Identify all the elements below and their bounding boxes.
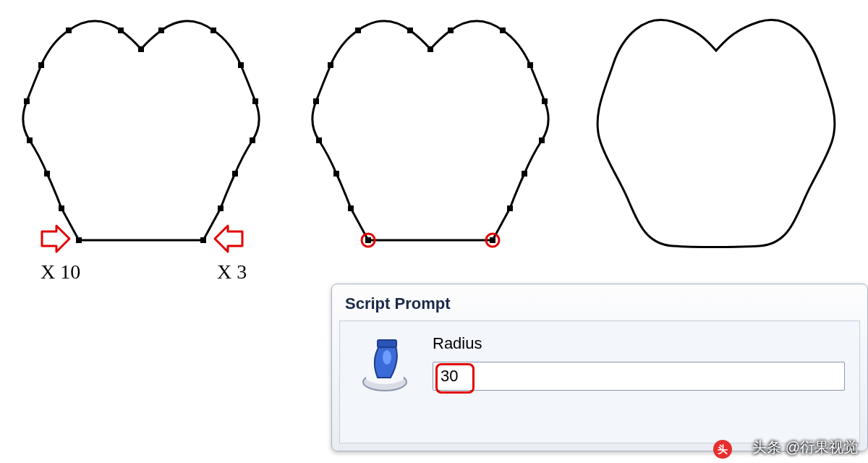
- dialog-body: Radius: [339, 320, 860, 443]
- annotation-x3: X 3: [217, 260, 247, 284]
- toutiao-logo-icon: 头: [713, 440, 732, 459]
- svg-point-4: [383, 350, 391, 365]
- vector-shape-1: [23, 21, 259, 243]
- radius-label: Radius: [433, 334, 482, 353]
- script-prompt-dialog: Script Prompt Radius: [331, 284, 868, 451]
- vector-shape-2: [312, 21, 548, 247]
- annotation-x10: X 10: [41, 260, 80, 284]
- arrow-left-icon: [215, 226, 242, 252]
- arrow-right-icon: [42, 226, 69, 252]
- script-paint-icon: [356, 337, 414, 395]
- watermark-text: 头条 @衍果视觉: [752, 438, 858, 457]
- dialog-title: Script Prompt: [345, 294, 450, 313]
- svg-rect-3: [378, 340, 396, 347]
- radius-input[interactable]: [433, 362, 845, 391]
- vector-shape-3: [597, 20, 835, 247]
